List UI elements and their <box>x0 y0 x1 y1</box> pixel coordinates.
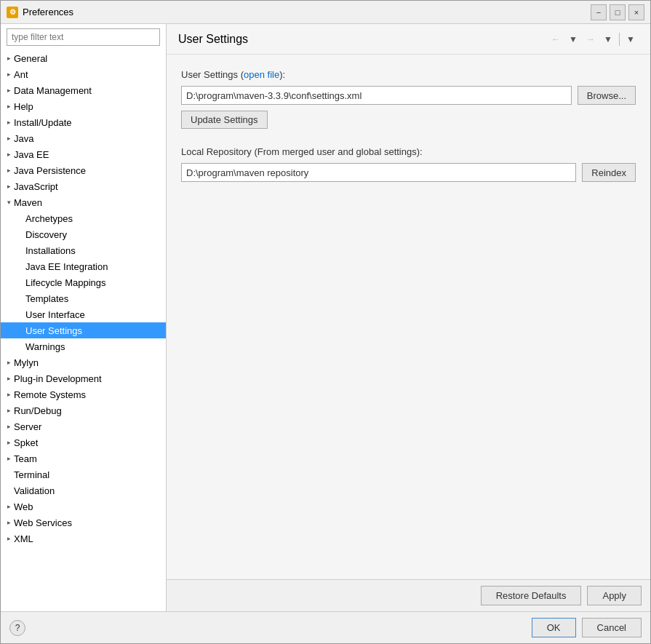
tree-item-row-warnings[interactable]: Warnings <box>1 338 166 354</box>
forward-dropdown-button[interactable]: ▼ <box>600 31 616 47</box>
apply-button[interactable]: Apply <box>587 586 642 605</box>
local-repo-path-input[interactable] <box>181 163 576 182</box>
tree-item-row-run-debug[interactable]: ▸Run/Debug <box>1 402 166 418</box>
tree-item-row-discovery[interactable]: Discovery <box>1 226 166 242</box>
update-settings-button[interactable]: Update Settings <box>181 111 268 129</box>
tree-item-validation[interactable]: Validation <box>1 482 166 498</box>
tree-item-user-interface[interactable]: User Interface <box>1 306 166 322</box>
tree-arrow-java-ee-integration <box>15 261 25 271</box>
tree-item-row-team[interactable]: ▸Team <box>1 450 166 466</box>
tree-item-javascript[interactable]: ▸JavaScript <box>1 178 166 194</box>
panel-footer: Restore Defaults Apply <box>167 579 650 611</box>
tree-item-row-installations[interactable]: Installations <box>1 242 166 258</box>
tree-item-team[interactable]: ▸Team <box>1 450 166 466</box>
tree-item-java[interactable]: ▸Java <box>1 130 166 146</box>
tree-item-row-user-interface[interactable]: User Interface <box>1 306 166 322</box>
tree-arrow-archetypes <box>15 213 25 223</box>
tree-item-remote-systems[interactable]: ▸Remote Systems <box>1 386 166 402</box>
tree-item-row-templates[interactable]: Templates <box>1 290 166 306</box>
back-button[interactable]: ← <box>548 31 564 47</box>
tree-item-spket[interactable]: ▸Spket <box>1 434 166 450</box>
tree-item-row-help[interactable]: ▸Help <box>1 98 166 114</box>
tree-item-user-settings[interactable]: User Settings <box>1 322 166 338</box>
tree-item-maven[interactable]: ▾Maven <box>1 194 166 210</box>
tree-item-row-mylyn[interactable]: ▸Mylyn <box>1 354 166 370</box>
tree-item-server[interactable]: ▸Server <box>1 418 166 434</box>
tree-item-install-update[interactable]: ▸Install/Update <box>1 114 166 130</box>
tree-item-row-user-settings[interactable]: User Settings <box>1 322 166 338</box>
tree-item-row-archetypes[interactable]: Archetypes <box>1 210 166 226</box>
tree-item-row-lifecycle-mappings[interactable]: Lifecycle Mappings <box>1 274 166 290</box>
tree-item-row-java-persistence[interactable]: ▸Java Persistence <box>1 162 166 178</box>
tree-item-installations[interactable]: Installations <box>1 242 166 258</box>
tree-item-xml[interactable]: ▸XML <box>1 530 166 546</box>
tree-item-row-xml[interactable]: ▸XML <box>1 530 166 546</box>
tree-item-row-java[interactable]: ▸Java <box>1 130 166 146</box>
tree-item-general[interactable]: ▸General <box>1 50 166 66</box>
tree-item-mylyn[interactable]: ▸Mylyn <box>1 354 166 370</box>
tree-item-row-java-ee-integration[interactable]: Java EE Integration <box>1 258 166 274</box>
maximize-button[interactable]: □ <box>610 4 626 20</box>
tree-item-help[interactable]: ▸Help <box>1 98 166 114</box>
open-file-link[interactable]: open file <box>244 69 279 80</box>
tree-item-row-remote-systems[interactable]: ▸Remote Systems <box>1 386 166 402</box>
tree-item-data-management[interactable]: ▸Data Management <box>1 82 166 98</box>
more-button[interactable]: ▼ <box>623 31 639 47</box>
browse-button[interactable]: Browse... <box>578 86 636 105</box>
tree-item-row-terminal[interactable]: Terminal <box>1 466 166 482</box>
tree-item-label-help: Help <box>14 101 33 112</box>
tree-item-row-install-update[interactable]: ▸Install/Update <box>1 114 166 130</box>
tree-item-web[interactable]: ▸Web <box>1 498 166 514</box>
tree-item-row-web-services[interactable]: ▸Web Services <box>1 514 166 530</box>
cancel-button[interactable]: Cancel <box>582 618 642 637</box>
tree-item-row-server[interactable]: ▸Server <box>1 418 166 434</box>
local-repo-input-row: Reindex <box>181 163 636 182</box>
tree-item-row-spket[interactable]: ▸Spket <box>1 434 166 450</box>
tree-item-row-javascript[interactable]: ▸JavaScript <box>1 178 166 194</box>
help-button[interactable]: ? <box>9 620 25 636</box>
tree-item-run-debug[interactable]: ▸Run/Debug <box>1 402 166 418</box>
tree-item-java-persistence[interactable]: ▸Java Persistence <box>1 162 166 178</box>
tree-item-java-ee-integration[interactable]: Java EE Integration <box>1 258 166 274</box>
minimize-button[interactable]: − <box>591 4 607 20</box>
tree-arrow-discovery <box>15 229 25 239</box>
preferences-window: ⚙ Preferences − □ × ▸General▸Ant▸Data Ma… <box>0 0 651 644</box>
tree-item-archetypes[interactable]: Archetypes <box>1 210 166 226</box>
tree-item-label-remote-systems: Remote Systems <box>14 389 86 400</box>
tree-item-row-plugin-development[interactable]: ▸Plug-in Development <box>1 370 166 386</box>
tree-item-templates[interactable]: Templates <box>1 290 166 306</box>
tree-item-ant[interactable]: ▸Ant <box>1 66 166 82</box>
tree-item-discovery[interactable]: Discovery <box>1 226 166 242</box>
tree-arrow-java-ee: ▸ <box>4 149 14 159</box>
close-button[interactable]: × <box>628 4 644 20</box>
sidebar: ▸General▸Ant▸Data Management▸Help▸Instal… <box>1 24 167 611</box>
tree-item-terminal[interactable]: Terminal <box>1 466 166 482</box>
restore-defaults-button[interactable]: Restore Defaults <box>481 586 582 605</box>
tree-item-label-user-interface: User Interface <box>25 309 85 320</box>
title-bar-controls: − □ × <box>591 4 644 20</box>
title-bar: ⚙ Preferences − □ × <box>1 1 650 24</box>
window-footer: ? OK Cancel <box>1 611 650 643</box>
filter-input[interactable] <box>7 28 160 46</box>
tree-arrow-remote-systems: ▸ <box>4 389 14 399</box>
tree-item-lifecycle-mappings[interactable]: Lifecycle Mappings <box>1 274 166 290</box>
tree-item-java-ee[interactable]: ▸Java EE <box>1 146 166 162</box>
tree-item-plugin-development[interactable]: ▸Plug-in Development <box>1 370 166 386</box>
tree-item-row-validation[interactable]: Validation <box>1 482 166 498</box>
tree-item-row-web[interactable]: ▸Web <box>1 498 166 514</box>
tree-item-row-data-management[interactable]: ▸Data Management <box>1 82 166 98</box>
reindex-button[interactable]: Reindex <box>582 163 636 182</box>
forward-button[interactable]: → <box>583 31 599 47</box>
ok-button[interactable]: OK <box>532 618 576 637</box>
tree-item-row-java-ee[interactable]: ▸Java EE <box>1 146 166 162</box>
tree-item-label-validation: Validation <box>14 485 55 496</box>
user-settings-path-input[interactable] <box>181 86 572 105</box>
tree-item-warnings[interactable]: Warnings <box>1 338 166 354</box>
back-dropdown-button[interactable]: ▼ <box>565 31 581 47</box>
tree-item-web-services[interactable]: ▸Web Services <box>1 514 166 530</box>
tree-item-label-web-services: Web Services <box>14 517 72 528</box>
tree-item-row-general[interactable]: ▸General <box>1 50 166 66</box>
tree-item-row-ant[interactable]: ▸Ant <box>1 66 166 82</box>
tree-item-row-maven[interactable]: ▾Maven <box>1 194 166 210</box>
tree-arrow-run-debug: ▸ <box>4 405 14 416</box>
